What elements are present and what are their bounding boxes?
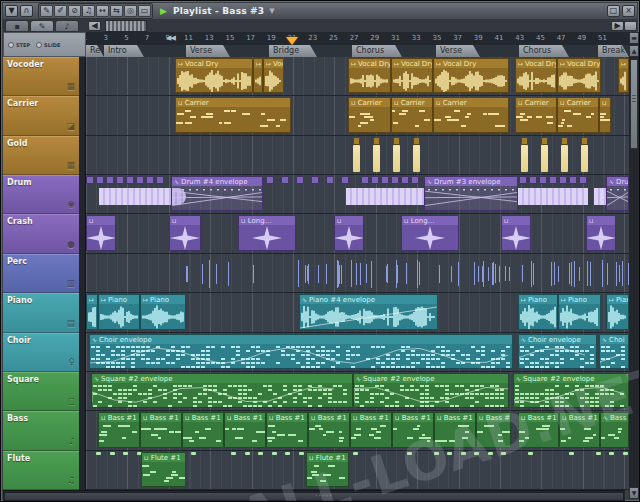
mini-clip-header[interactable] <box>126 176 134 184</box>
paint-tool-icon[interactable]: ✐ <box>54 5 67 17</box>
timeline-ruler[interactable]: 1357911131517192123252729313335373941434… <box>86 32 629 45</box>
pattern-clip[interactable]: ⊔Bass #1 <box>266 412 308 447</box>
perc-hit[interactable] <box>533 263 534 285</box>
vertical-scrollbar[interactable]: ▬ ▲ ▼ <box>629 32 639 499</box>
perc-hit[interactable] <box>505 266 506 281</box>
window-menu-button[interactable]: ▼ <box>5 5 18 17</box>
audio-clip[interactable]: ↦Vocal Dry <box>557 58 601 93</box>
song-marker[interactable]: Break <box>598 45 629 57</box>
playback-tool-icon[interactable]: ▭ <box>138 5 151 17</box>
pattern-clip[interactable]: ⊔Carrier <box>557 97 599 132</box>
perc-hit[interactable] <box>619 265 620 282</box>
pattern-clip[interactable]: ⊔Bass #1 <box>98 412 140 447</box>
zoom-slider[interactable] <box>105 20 147 32</box>
pattern-clip[interactable]: ⊔Bass #1 <box>308 412 350 447</box>
track-header-drum[interactable]: Drum ◉ <box>3 175 79 214</box>
mini-clip-header[interactable] <box>326 176 334 184</box>
drum-loop-bar[interactable] <box>346 188 424 205</box>
pattern-clip[interactable]: ⊔Bass #1 <box>140 412 182 447</box>
perc-hit[interactable] <box>338 261 339 287</box>
perc-hit[interactable] <box>478 266 479 282</box>
mini-clip-header[interactable] <box>86 176 94 184</box>
playlist-grid[interactable]: ↦Vocal Dry↦↦Voca…↦Vocal Dry↦Vocal Dry↦Vo… <box>86 57 629 490</box>
audio-clip[interactable]: ↦Vocal Dry <box>433 58 509 93</box>
mini-clip-header[interactable] <box>413 137 420 145</box>
perc-hit[interactable] <box>474 262 475 285</box>
mini-clip-header[interactable] <box>391 176 399 184</box>
mini-clip-header[interactable] <box>519 176 527 184</box>
playlist-lane-flute[interactable]: ⊔Flute #1⊔Flute #1 <box>86 451 629 490</box>
track-header-carrier[interactable]: Carrier ◪ <box>3 96 79 135</box>
perc-hit[interactable] <box>360 263 361 285</box>
perc-hit[interactable] <box>339 265 340 284</box>
song-marker[interactable]: Chorus <box>352 45 402 57</box>
audio-clip[interactable]: ↦ <box>86 294 98 329</box>
perc-hit[interactable] <box>571 262 572 286</box>
playlist-lane-carrier[interactable]: ⊔Carrier⊔Carrier⊔Carrier⊔Carrier⊔Carrier… <box>86 96 629 135</box>
perc-hit[interactable] <box>495 265 496 283</box>
mini-clip-header[interactable] <box>296 176 304 184</box>
playlist-lane-gold[interactable] <box>86 136 629 175</box>
playlist-lane-crash[interactable]: ⊔⊔⊔Long…⊔⊔Long…⊔⊔ <box>86 214 629 253</box>
vscroll-down-button[interactable]: ▼ <box>629 487 639 499</box>
gold-stab-clip[interactable] <box>413 145 420 172</box>
playlist-lane-vocoder[interactable]: ↦Vocal Dry↦↦Voca…↦Vocal Dry↦Vocal Dry↦Vo… <box>86 57 629 96</box>
gold-stab-clip[interactable] <box>561 145 568 172</box>
mini-clip-header[interactable] <box>539 176 547 184</box>
perc-hit[interactable] <box>439 265 440 283</box>
audio-clip[interactable]: ∿Piano #4 envelope <box>299 294 438 329</box>
track-header-gold[interactable]: Gold ▦ <box>3 136 79 175</box>
pattern-clip[interactable]: ∿Square #2 envelope <box>91 373 353 408</box>
mini-clip-header[interactable] <box>156 176 164 184</box>
gold-stab-clip[interactable] <box>581 145 588 172</box>
slip-tool-icon[interactable]: ↔ <box>96 5 109 17</box>
mini-clip-header[interactable] <box>281 176 289 184</box>
perc-hit[interactable] <box>202 264 203 284</box>
picker-panel-button[interactable]: ▪ <box>5 20 29 32</box>
perc-hit[interactable] <box>298 260 299 287</box>
perc-hit[interactable] <box>493 262 494 285</box>
perc-hit[interactable] <box>326 264 327 284</box>
vscroll-minus-button[interactable]: ▬ <box>629 32 639 44</box>
perc-hit[interactable] <box>607 263 608 285</box>
perc-hit[interactable] <box>351 260 352 287</box>
playlist-lane-choir[interactable]: ∿Choir envelope∿Choir envelope∿Choi <box>86 333 629 372</box>
mini-clip-header[interactable] <box>106 176 114 184</box>
audio-clip[interactable]: ↦Vocal Dry <box>175 58 253 93</box>
pattern-clip[interactable]: ∿Bass <box>600 412 629 447</box>
playlist-lane-perc[interactable] <box>86 254 629 293</box>
perc-hit[interactable] <box>397 265 398 283</box>
audio-clip[interactable]: ↦Vocal Dry <box>391 58 433 93</box>
automation-clip[interactable]: ∿Drum #4 envelope <box>171 176 263 211</box>
scroll-left-button[interactable]: ◀ <box>88 21 101 31</box>
perc-hit[interactable] <box>356 263 357 285</box>
track-header-perc[interactable]: Perc ▥ <box>3 254 79 293</box>
slide-toggle[interactable]: SLIDE <box>36 42 60 48</box>
mini-clip-header[interactable] <box>393 137 400 145</box>
audio-clip[interactable]: ↦Piano <box>518 294 558 329</box>
perc-hit[interactable] <box>228 262 229 286</box>
crash-clip[interactable]: ⊔ <box>169 215 201 250</box>
perc-hit[interactable] <box>387 264 388 283</box>
track-header-choir[interactable]: Choir ♀ <box>3 333 79 372</box>
mini-clip-header[interactable] <box>353 137 360 145</box>
song-marker[interactable]: Reve <box>86 45 104 57</box>
perc-hit[interactable] <box>187 266 188 282</box>
horizontal-scrollbar[interactable]: ····· <box>3 490 625 502</box>
crash-clip[interactable]: ⊔ <box>586 215 616 250</box>
perc-hit[interactable] <box>569 263 570 284</box>
playlist-lane-drum[interactable]: ∿Drum #4 envelope∿Drum #3 envelope∿Drum <box>86 175 629 214</box>
pattern-clip[interactable]: ⊔Bass #1 <box>182 412 224 447</box>
audio-clip[interactable]: ↦Piano <box>558 294 601 329</box>
hscroll-handle[interactable]: ····· <box>4 492 624 501</box>
audio-clip[interactable]: ↦Vocal Dry <box>515 58 557 93</box>
perc-hit[interactable] <box>522 265 523 282</box>
pattern-clip[interactable]: ∿Square #2 envelope <box>353 373 509 408</box>
mini-clip-header[interactable] <box>373 137 380 145</box>
pattern-clip[interactable]: ⊔Bass #1 <box>434 412 476 447</box>
pattern-clip[interactable]: ∿Choir envelope <box>89 334 513 369</box>
perc-hit[interactable] <box>590 262 591 286</box>
pattern-clip[interactable]: ⊔Carrier <box>391 97 433 132</box>
mini-clip-header[interactable] <box>266 176 274 184</box>
perc-hit[interactable] <box>616 262 617 286</box>
